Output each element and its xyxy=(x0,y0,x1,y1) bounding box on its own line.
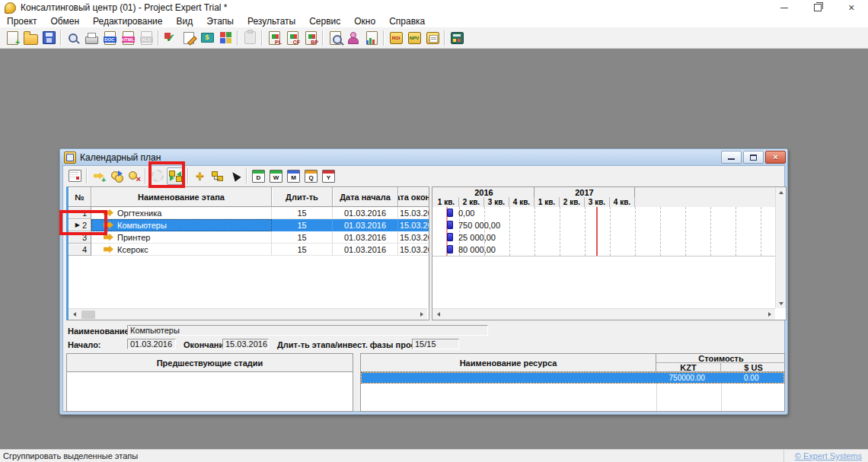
close-button[interactable]: × xyxy=(834,0,868,15)
scroll-left-button[interactable] xyxy=(432,309,444,320)
colored-grid-icon xyxy=(220,32,231,43)
group-stages-button[interactable] xyxy=(167,167,184,185)
separator xyxy=(158,30,159,46)
resource-row-selected[interactable]: 750000.00 0.00 xyxy=(362,373,783,383)
staff-button[interactable] xyxy=(345,30,362,46)
plus-icon: + xyxy=(196,169,204,183)
stages-grid: № Наименование этапа Длит-ть Дата начала… xyxy=(66,186,429,320)
scale-week-button[interactable]: W xyxy=(268,168,284,184)
menu-service[interactable]: Сервис xyxy=(302,16,347,27)
menu-results[interactable]: Результаты xyxy=(241,16,302,27)
new-project-button[interactable]: + xyxy=(4,30,21,46)
menu-edit[interactable]: Редактирование xyxy=(86,16,169,27)
window-controls: × xyxy=(767,0,868,15)
charts-button[interactable] xyxy=(363,30,380,46)
cash-flow-report-button[interactable]: CF xyxy=(284,30,301,46)
scale-day-button[interactable]: D xyxy=(251,168,266,184)
print-button[interactable] xyxy=(83,30,100,46)
plan-minimize-button[interactable] xyxy=(721,151,742,164)
company-structure-button[interactable] xyxy=(217,30,234,46)
report-list-button[interactable] xyxy=(424,30,441,46)
open-project-button[interactable] xyxy=(22,30,39,46)
scroll-right-button[interactable] xyxy=(764,309,775,320)
roi-analysis-button[interactable]: ROI xyxy=(388,30,404,46)
npv-analysis-button[interactable]: NPV xyxy=(406,30,423,46)
scale-year-button[interactable]: Y xyxy=(321,168,337,184)
gantt-bar[interactable] xyxy=(447,221,453,229)
calendar-plan-window: Календарный план × + × + xyxy=(59,148,788,415)
scroll-left-button[interactable] xyxy=(69,309,80,320)
horizontal-scrollbar[interactable] xyxy=(69,308,427,320)
plan-restore-button[interactable] xyxy=(743,151,764,164)
export-html-button[interactable]: HTML xyxy=(120,30,136,46)
plan-close-button[interactable]: × xyxy=(765,151,786,164)
scale-month-button[interactable]: M xyxy=(286,168,302,184)
scrollbar-thumb[interactable] xyxy=(81,311,95,319)
maximize-button[interactable] xyxy=(801,0,834,15)
menu-bar: Проект Обмен Редактирование Вид Этапы Ре… xyxy=(0,15,868,27)
menu-exchange[interactable]: Обмен xyxy=(44,16,87,27)
main-toolbar: + DOC HTML XLS ✓ $ PL CF BP ROI NPV xyxy=(0,27,868,49)
report-preview-button[interactable] xyxy=(327,30,343,46)
year-2016: 2016 xyxy=(434,187,535,197)
add-payment-button[interactable]: + xyxy=(91,168,107,184)
select-pointer-button[interactable] xyxy=(227,168,243,184)
calendar-button[interactable] xyxy=(67,168,83,184)
name-field[interactable]: Компьютеры xyxy=(127,325,488,336)
gantt-cost-label: 750 000,00 xyxy=(458,219,500,231)
roi-label: ROI xyxy=(391,36,402,40)
scroll-down-button[interactable] xyxy=(776,298,786,308)
payment-list-button[interactable] xyxy=(108,168,124,184)
green-arrow-icon xyxy=(177,171,181,177)
separator xyxy=(261,30,263,46)
text-description-button[interactable] xyxy=(180,30,197,46)
plan-window-titlebar[interactable]: Календарный план × xyxy=(60,149,787,165)
expert-systems-link[interactable]: © Expert Systems xyxy=(784,451,868,460)
table-row[interactable]: 4 Ксерокс 15 01.03.2016 15.03.201 xyxy=(69,244,429,256)
row-num: 1 xyxy=(69,207,91,219)
calculator-button[interactable] xyxy=(448,30,465,46)
week-calendar-icon: W xyxy=(270,170,282,183)
save-project-button[interactable] xyxy=(40,30,57,46)
gantt-divider xyxy=(432,256,775,256)
cash-button[interactable]: $ xyxy=(199,30,215,46)
minimize-button[interactable] xyxy=(767,0,801,15)
start-field[interactable]: 01.03.2016 xyxy=(127,339,176,349)
table-row[interactable]: 1 Оргтехника 15 01.03.2016 15.03.201 xyxy=(69,207,429,219)
duration-field[interactable]: 15/15 xyxy=(412,339,459,349)
project-settings-button[interactable]: ✓ xyxy=(162,30,179,46)
settings-button xyxy=(149,168,165,184)
export-doc-button[interactable]: DOC xyxy=(101,30,118,46)
balance-report-button[interactable]: BP xyxy=(302,30,319,46)
horizontal-scrollbar[interactable] xyxy=(432,308,775,320)
profit-loss-report-button[interactable]: PL xyxy=(266,30,282,46)
plus-icon: + xyxy=(101,177,106,184)
menu-window[interactable]: Окно xyxy=(347,16,382,27)
row-num: ▶2 xyxy=(69,219,91,231)
menu-project[interactable]: Проект xyxy=(0,16,44,27)
gantt-bar[interactable] xyxy=(447,245,453,253)
magnifier-icon xyxy=(333,35,342,44)
scroll-up-button[interactable] xyxy=(776,187,786,197)
delete-payment-button[interactable]: × xyxy=(126,168,142,184)
table-row[interactable]: 3 Принтер 15 01.03.2016 15.03.201 xyxy=(69,231,429,244)
scale-quarter-button[interactable]: Q xyxy=(303,168,319,184)
menu-stages[interactable]: Этапы xyxy=(199,16,241,27)
gear-icon xyxy=(152,170,164,182)
link-stages-button[interactable] xyxy=(209,168,225,184)
scroll-right-button[interactable] xyxy=(416,309,427,320)
table-row-selected[interactable]: ▶2 Компьютеры 15 01.03.2016 15.03.201 xyxy=(69,219,429,231)
bp-label: BP xyxy=(311,40,318,45)
resources-table: Наименование ресурса Стоимость KZT $ US … xyxy=(360,353,785,412)
print-preview-button[interactable] xyxy=(65,30,81,46)
vertical-scrollbar[interactable] xyxy=(775,187,786,308)
menu-help[interactable]: Справка xyxy=(382,16,432,27)
add-stage-button[interactable]: + xyxy=(192,168,208,184)
menu-view[interactable]: Вид xyxy=(169,16,199,27)
close-icon: × xyxy=(848,2,854,13)
current-date-line xyxy=(596,207,598,256)
npv-label: NPV xyxy=(409,36,420,40)
gantt-bar[interactable] xyxy=(447,233,453,241)
end-field[interactable]: 15.03.2016 xyxy=(222,339,269,349)
gantt-bar[interactable] xyxy=(447,209,453,217)
